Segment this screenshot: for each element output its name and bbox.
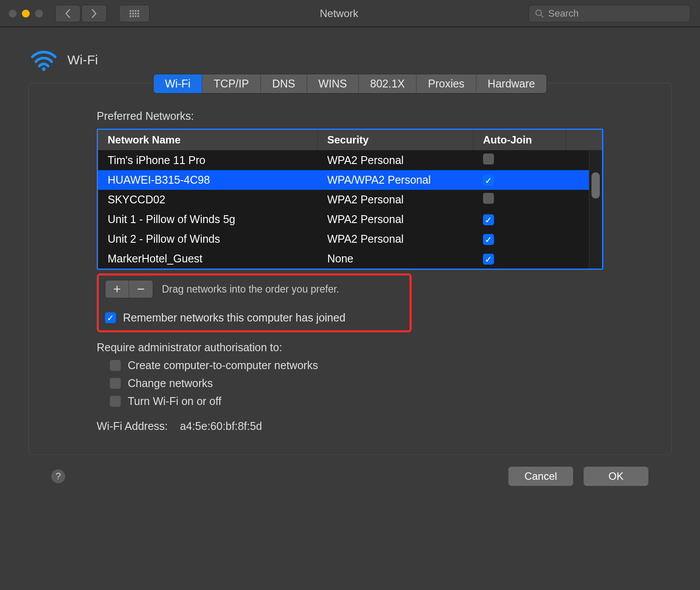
zoom-window-button[interactable]	[35, 10, 43, 17]
admin-authorisation-section: Require administrator authorisation to: …	[97, 341, 603, 408]
auto-join-checkbox[interactable]	[483, 254, 494, 265]
network-name-cell: SKYCCD02	[98, 191, 318, 209]
auto-join-checkbox[interactable]	[483, 193, 494, 204]
column-security[interactable]: Security	[318, 130, 473, 150]
tab-proxies[interactable]: Proxies	[416, 74, 476, 93]
table-row[interactable]: MarkerHotel_GuestNone	[98, 249, 589, 269]
auto-join-cell	[473, 210, 566, 228]
preferred-networks-label: Preferred Networks:	[97, 110, 603, 122]
nav-buttons	[55, 5, 107, 22]
add-network-button[interactable]: +	[105, 280, 129, 298]
admin-auth-checkbox[interactable]	[110, 378, 121, 389]
tab-wi-fi[interactable]: Wi-Fi	[154, 74, 202, 93]
drag-order-hint: Drag networks into the order you prefer.	[162, 283, 339, 295]
chevron-right-icon	[91, 9, 97, 18]
column-auto-join[interactable]: Auto-Join	[473, 130, 566, 150]
remember-networks-label: Remember networks this computer has join…	[123, 311, 346, 324]
table-row[interactable]: HUAWEI-B315-4C98WPA/WPA2 Personal	[98, 170, 589, 190]
admin-auth-label: Turn Wi-Fi on or off	[128, 395, 221, 408]
tab-hardware[interactable]: Hardware	[476, 74, 546, 93]
auto-join-checkbox[interactable]	[483, 234, 494, 245]
window-title: Network	[150, 7, 528, 20]
security-cell: None	[318, 250, 473, 268]
auto-join-cell	[473, 151, 566, 170]
wifi-icon	[31, 49, 57, 71]
admin-auth-label: Create computer-to-computer networks	[128, 359, 318, 372]
auto-join-cell	[473, 250, 566, 268]
tab-tcp-ip[interactable]: TCP/IP	[202, 74, 261, 93]
auto-join-cell	[473, 190, 566, 209]
table-row[interactable]: SKYCCD02WPA2 Personal	[98, 190, 589, 209]
close-window-button[interactable]	[9, 10, 17, 17]
table-body: Tim's iPhone 11 ProWPA2 PersonalHUAWEI-B…	[98, 150, 589, 269]
column-spacer	[566, 130, 602, 150]
security-cell: WPA2 Personal	[318, 191, 473, 209]
wifi-address-value: a4:5e:60:bf:8f:5d	[180, 420, 262, 432]
cancel-button[interactable]: Cancel	[508, 466, 574, 486]
search-field[interactable]	[528, 5, 690, 22]
auto-join-cell	[473, 171, 566, 189]
table-row[interactable]: Unit 1 - Pillow of Winds 5gWPA2 Personal	[98, 209, 589, 229]
preferred-networks-table[interactable]: Network Name Security Auto-Join Tim's iP…	[97, 129, 603, 270]
panel-title: Wi-Fi	[67, 52, 98, 67]
auto-join-cell	[473, 230, 566, 248]
network-name-cell: Unit 2 - Pillow of Winds	[98, 230, 318, 248]
add-remove-group: + −	[105, 280, 153, 298]
admin-auth-checkbox[interactable]	[110, 360, 121, 371]
body: Wi-Fi Wi-FiTCP/IPDNSWINS802.1XProxiesHar…	[0, 27, 700, 590]
remember-networks-checkbox[interactable]	[105, 312, 116, 323]
help-button[interactable]: ?	[51, 469, 65, 483]
highlight-annotation: + − Drag networks into the order you pre…	[97, 273, 412, 332]
wifi-address-label: Wi-Fi Address:	[97, 420, 168, 432]
tab-bar: Wi-FiTCP/IPDNSWINS802.1XProxiesHardware	[153, 74, 547, 94]
network-preferences-window: Network Wi-Fi Wi-FiTCP/IPDNSWINS802.1XPr…	[0, 0, 700, 590]
table-row[interactable]: Unit 2 - Pillow of WindsWPA2 Personal	[98, 229, 589, 249]
chevron-left-icon	[65, 9, 71, 18]
minimize-window-button[interactable]	[22, 10, 30, 17]
remove-network-button[interactable]: −	[129, 280, 153, 298]
wifi-address-row: Wi-Fi Address: a4:5e:60:bf:8f:5d	[97, 420, 603, 433]
admin-auth-item: Create computer-to-computer networks	[110, 359, 603, 372]
search-icon	[535, 9, 544, 18]
security-cell: WPA2 Personal	[318, 230, 473, 248]
admin-auth-item: Change networks	[110, 377, 603, 390]
svg-line-1	[541, 15, 543, 17]
titlebar: Network	[0, 0, 700, 27]
scrollbar-thumb[interactable]	[592, 172, 600, 199]
back-button[interactable]	[55, 5, 80, 22]
svg-point-2	[42, 67, 46, 71]
tab-wins[interactable]: WINS	[307, 74, 359, 93]
tab-content: Wi-FiTCP/IPDNSWINS802.1XProxiesHardware …	[28, 83, 672, 455]
network-name-cell: MarkerHotel_Guest	[98, 250, 318, 268]
network-name-cell: Unit 1 - Pillow of Winds 5g	[98, 210, 318, 228]
window-controls	[9, 10, 43, 17]
forward-button[interactable]	[81, 5, 107, 22]
auto-join-checkbox[interactable]	[483, 154, 494, 164]
admin-auth-label: Change networks	[128, 377, 213, 390]
security-cell: WPA/WPA2 Personal	[318, 171, 473, 189]
ok-button[interactable]: OK	[583, 466, 649, 486]
security-cell: WPA2 Personal	[318, 151, 473, 169]
security-cell: WPA2 Personal	[318, 210, 473, 228]
show-all-group	[119, 5, 150, 22]
admin-auth-checkbox[interactable]	[110, 396, 121, 407]
column-network-name[interactable]: Network Name	[98, 130, 318, 150]
admin-auth-item: Turn Wi-Fi on or off	[110, 395, 603, 408]
tab-dns[interactable]: DNS	[261, 74, 307, 93]
table-header: Network Name Security Auto-Join	[98, 130, 602, 150]
search-input[interactable]	[548, 8, 684, 19]
auto-join-checkbox[interactable]	[483, 175, 494, 186]
tab-802-1x[interactable]: 802.1X	[359, 74, 416, 93]
footer: ? Cancel OK	[28, 455, 672, 486]
table-row[interactable]: Tim's iPhone 11 ProWPA2 Personal	[98, 150, 589, 170]
auto-join-checkbox[interactable]	[483, 214, 494, 225]
grid-icon	[130, 10, 139, 17]
show-all-button[interactable]	[119, 5, 150, 22]
vertical-scrollbar[interactable]	[589, 150, 602, 269]
network-name-cell: Tim's iPhone 11 Pro	[98, 151, 318, 169]
network-name-cell: HUAWEI-B315-4C98	[98, 171, 318, 189]
admin-auth-heading: Require administrator authorisation to:	[97, 341, 603, 354]
